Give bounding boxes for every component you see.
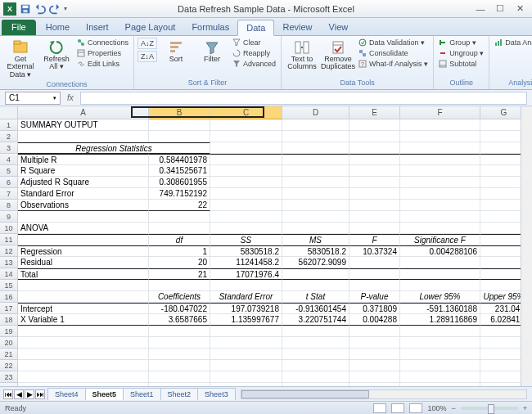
zoom-level[interactable]: 100%: [427, 404, 446, 412]
row-header-18[interactable]: 18: [0, 314, 18, 326]
cell-A15[interactable]: [18, 280, 149, 291]
cell-E16[interactable]: P-value: [349, 291, 400, 303]
row-header-10[interactable]: 10: [0, 223, 18, 234]
cell-E5[interactable]: [349, 165, 400, 177]
cell-F10[interactable]: [400, 223, 480, 234]
cell-B15[interactable]: [149, 280, 210, 291]
zoom-slider[interactable]: [461, 407, 518, 410]
tab-home[interactable]: Home: [38, 20, 78, 35]
normal-view-button[interactable]: [373, 403, 386, 413]
row-header-1[interactable]: 1: [0, 119, 18, 131]
cell-A4[interactable]: Multiple R: [18, 154, 149, 165]
cell-F15[interactable]: [400, 280, 480, 291]
cell-C16[interactable]: Standard Error: [210, 291, 282, 303]
ungroup-button[interactable]: Ungroup ▾: [437, 48, 485, 58]
cell-F1[interactable]: [400, 119, 480, 131]
filter-button[interactable]: Filter: [195, 38, 229, 65]
cell-D15[interactable]: [282, 280, 349, 291]
text-to-columns-button[interactable]: Text to Columns: [285, 38, 319, 73]
qat-dropdown-icon[interactable]: ▾: [64, 5, 67, 12]
formula-input[interactable]: [80, 92, 527, 105]
zoom-out-button[interactable]: −: [451, 404, 455, 412]
cell-C21[interactable]: [210, 349, 282, 360]
cell-C7[interactable]: [210, 188, 282, 200]
sheet-tab-sheet1[interactable]: Sheet1: [123, 388, 161, 400]
row-header-13[interactable]: 13: [0, 257, 18, 268]
cell-F4[interactable]: [400, 154, 480, 165]
cell-D23[interactable]: [282, 371, 349, 383]
cell-B10[interactable]: [149, 223, 210, 234]
cell-E17[interactable]: 0.371809: [349, 303, 400, 314]
cell-C4[interactable]: [210, 154, 282, 165]
cell-E9[interactable]: [349, 211, 400, 223]
cell-B11[interactable]: df: [149, 234, 210, 245]
advanced-filter-button[interactable]: Advanced: [231, 59, 277, 69]
cell-B23[interactable]: [149, 371, 210, 383]
vertical-scrollbar[interactable]: [521, 106, 532, 386]
cell-F19[interactable]: [400, 326, 480, 337]
col-header-E[interactable]: E: [349, 106, 400, 119]
cell-F21[interactable]: [400, 349, 480, 360]
cell-E11[interactable]: F: [349, 234, 400, 245]
row-header-22[interactable]: 22: [0, 360, 18, 371]
select-all-corner[interactable]: [0, 106, 18, 119]
cell-D11[interactable]: MS: [282, 234, 349, 245]
row-header-11[interactable]: 11: [0, 234, 18, 245]
cell-B13[interactable]: 20: [149, 257, 210, 268]
cell-A23[interactable]: [18, 371, 149, 383]
cell-F2[interactable]: [400, 131, 480, 142]
cell-D14[interactable]: [282, 268, 349, 280]
cell-D5[interactable]: [282, 165, 349, 177]
properties-button[interactable]: Properties: [75, 48, 130, 58]
cell-F9[interactable]: [400, 211, 480, 223]
cell-E22[interactable]: [349, 360, 400, 371]
cell-E12[interactable]: 10.37324: [349, 245, 400, 257]
chevron-down-icon[interactable]: ▾: [53, 95, 56, 101]
row-header-2[interactable]: 2: [0, 131, 18, 142]
cell-A19[interactable]: [18, 326, 149, 337]
cell-D17[interactable]: -0.913601454: [282, 303, 349, 314]
cell-C3[interactable]: [210, 142, 282, 154]
row-header-6[interactable]: 6: [0, 177, 18, 188]
cell-C17[interactable]: 197.0739218: [210, 303, 282, 314]
cell-E8[interactable]: [349, 200, 400, 211]
tab-page-layout[interactable]: Page Layout: [117, 20, 184, 35]
cell-B7[interactable]: 749.7152192: [149, 188, 210, 200]
cell-C12[interactable]: 5830518.2: [210, 245, 282, 257]
cell-F6[interactable]: [400, 177, 480, 188]
row-header-19[interactable]: 19: [0, 326, 18, 337]
cell-E18[interactable]: 0.004288: [349, 314, 400, 326]
cell-D10[interactable]: [282, 223, 349, 234]
row-header-23[interactable]: 23: [0, 371, 18, 383]
cell-B21[interactable]: [149, 349, 210, 360]
row-header-20[interactable]: 20: [0, 337, 18, 349]
cell-A13[interactable]: Residual: [18, 257, 149, 268]
cell-D13[interactable]: 562072.9099: [282, 257, 349, 268]
col-header-D[interactable]: D: [282, 106, 349, 119]
sheet-tab-sheet5[interactable]: Sheet5: [85, 388, 124, 400]
cell-D19[interactable]: [282, 326, 349, 337]
cell-C5[interactable]: [210, 165, 282, 177]
cell-C19[interactable]: [210, 326, 282, 337]
col-header-A[interactable]: A: [18, 106, 149, 119]
cell-F5[interactable]: [400, 165, 480, 177]
row-header-9[interactable]: 9: [0, 211, 18, 223]
connections-button[interactable]: Connections: [75, 38, 130, 47]
cell-A22[interactable]: [18, 360, 149, 371]
sheet-nav-next[interactable]: ▶: [25, 389, 34, 399]
subtotal-button[interactable]: Subtotal: [437, 59, 485, 69]
cell-C13[interactable]: 11241458.2: [210, 257, 282, 268]
consolidate-button[interactable]: Consolidate: [357, 48, 430, 58]
file-tab[interactable]: File: [2, 20, 36, 35]
cell-A17[interactable]: Intercept: [18, 303, 149, 314]
undo-icon[interactable]: [34, 3, 46, 15]
cell-A16[interactable]: [18, 291, 149, 303]
edit-links-button[interactable]: Edit Links: [75, 59, 130, 69]
cell-E10[interactable]: [349, 223, 400, 234]
cell-B12[interactable]: 1: [149, 245, 210, 257]
group-button[interactable]: Group ▾: [437, 38, 485, 47]
sort-az-button[interactable]: A↓Z: [138, 38, 157, 49]
sheet-tab-sheet4[interactable]: Sheet4: [47, 388, 86, 400]
cell-C22[interactable]: [210, 360, 282, 371]
cell-F8[interactable]: [400, 200, 480, 211]
